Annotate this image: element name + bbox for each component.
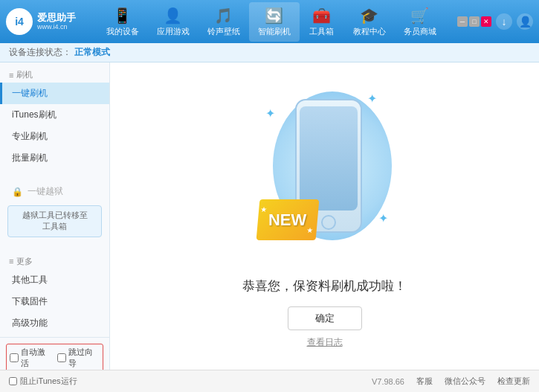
star-left-icon: ★ [259, 205, 267, 213]
sidebar-more-section: ≡ 更多 其他工具 下载固件 高级功能 [0, 249, 109, 337]
tab-icon-apps-games: 👤 [164, 7, 182, 25]
auto-activate-checkbox[interactable]: 自动激活 [10, 347, 53, 369]
footer-link-support[interactable]: 客服 [416, 376, 433, 387]
itunes-label: 阻止iTunes运行 [20, 376, 77, 387]
device-checkbox-row: 自动激活 跳过向导 [6, 344, 103, 370]
sidebar-notice: 越狱工具已转移至 工具箱 [7, 205, 102, 237]
tab-icon-tutorials: 🎓 [360, 7, 378, 25]
minimize-button[interactable]: ─ [457, 16, 468, 27]
sidebar-item-advanced[interactable]: 高级功能 [0, 312, 109, 334]
main-layout: ≡ 刷机 一键刷机 iTunes刷机 专业刷机 批量刷机 🔒 一键越狱 [0, 62, 539, 370]
sparkle-3-icon: ✦ [378, 211, 388, 225]
new-banner: NEW ★ ★ [256, 199, 319, 240]
new-badge-text: NEW [268, 210, 306, 229]
logo-text: 爱思助手 www.i4.cn [37, 12, 76, 31]
nav-tab-tutorials[interactable]: 🎓教程中心 [344, 2, 395, 42]
sidebar-flash-section: ≡ 刷机 一键刷机 iTunes刷机 专业刷机 批量刷机 [0, 62, 109, 172]
nav-tab-apps-games[interactable]: 👤应用游戏 [148, 2, 199, 42]
success-message: 恭喜您，保资料刷机成功啦！ [242, 277, 407, 295]
tab-label-smart-flash: 智能刷机 [258, 26, 291, 37]
itunes-checkbox-label[interactable]: 阻止iTunes运行 [9, 376, 77, 387]
tab-label-toolbox: 工具箱 [309, 26, 334, 37]
footer: 阻止iTunes运行 V7.98.66 客服 微信公众号 检查更新 [0, 370, 539, 392]
footer-link-update[interactable]: 检查更新 [497, 376, 530, 387]
sidebar-item-jailbreak: 🔒 一键越狱 [0, 181, 109, 202]
sidebar: ≡ 刷机 一键刷机 iTunes刷机 专业刷机 批量刷机 🔒 一键越狱 [0, 62, 110, 370]
tab-icon-smart-flash: 🔄 [265, 7, 283, 25]
phone-screen [300, 106, 358, 211]
nav-tab-toolbox[interactable]: 🧰工具箱 [300, 2, 344, 42]
nav-tabs: 📱我的设备👤应用游戏🎵铃声壁纸🔄智能刷机🧰工具箱🎓教程中心🛒务员商城 [88, 2, 454, 42]
app-header: i4 爱思助手 www.i4.cn 📱我的设备👤应用游戏🎵铃声壁纸🔄智能刷机🧰工… [0, 0, 539, 43]
footer-right: V7.98.66 客服 微信公众号 检查更新 [372, 376, 530, 387]
tab-label-tutorials: 教程中心 [353, 26, 386, 37]
nav-tab-my-device[interactable]: 📱我的设备 [97, 2, 148, 42]
itunes-checkbox[interactable] [9, 377, 17, 385]
auto-activate-input[interactable] [10, 353, 19, 362]
footer-link-wechat[interactable]: 微信公众号 [445, 376, 485, 387]
version-number: V7.98.66 [372, 377, 404, 386]
download-icon[interactable]: ↓ [496, 13, 512, 30]
sparkle-2-icon: ✦ [367, 91, 377, 106]
sidebar-item-pro-flash[interactable]: 专业刷机 [0, 126, 109, 147]
nav-tab-ringtones[interactable]: 🎵铃声壁纸 [199, 2, 249, 42]
confirm-button[interactable]: 确定 [288, 306, 362, 330]
sidebar-jailbreak-section: 🔒 一键越狱 越狱工具已转移至 工具箱 [0, 178, 109, 243]
header-right: ─ □ ✕ ↓ 👤 [454, 13, 533, 30]
tab-icon-ringtones: 🎵 [214, 7, 233, 25]
phone-illustration: NEW ★ ★ ✦ ✦ ✦ [251, 84, 399, 263]
sidebar-bottom: 自动激活 跳过向导 📱 iPhone 15 Pro Max 512GB iPho… [0, 337, 109, 370]
view-log-link[interactable]: 查看日志 [307, 336, 343, 349]
tab-icon-toolbox: 🧰 [312, 7, 331, 25]
tab-icon-my-device: 📱 [113, 7, 132, 25]
sidebar-item-one-key-flash[interactable]: 一键刷机 [0, 83, 109, 104]
nav-tab-service[interactable]: 🛒务员商城 [395, 2, 445, 42]
sidebar-item-download-firmware[interactable]: 下载固件 [0, 291, 109, 312]
sidebar-more-title: ≡ 更多 [0, 252, 109, 269]
skip-guide-input[interactable] [57, 353, 66, 362]
star-right-icon: ★ [306, 226, 314, 234]
tab-label-my-device: 我的设备 [106, 26, 139, 37]
logo-char: i4 [15, 16, 24, 28]
user-icon[interactable]: 👤 [517, 13, 533, 30]
sparkle-1-icon: ✦ [265, 106, 275, 121]
content-area: NEW ★ ★ ✦ ✦ ✦ 恭喜您，保资料刷机成功啦！ 确定 查看日志 [110, 62, 539, 370]
logo-icon: i4 [6, 8, 33, 35]
sidebar-item-other-tools[interactable]: 其他工具 [0, 269, 109, 291]
tab-label-service: 务员商城 [404, 26, 436, 37]
phone-home-button [321, 215, 336, 230]
tab-label-ringtones: 铃声壁纸 [207, 26, 240, 37]
maximize-button[interactable]: □ [469, 16, 480, 27]
tab-label-apps-games: 应用游戏 [157, 26, 190, 37]
app-name: 爱思助手 [37, 12, 76, 24]
status-bar: 设备连接状态： 正常模式 [0, 43, 539, 62]
window-controls: ─ □ ✕ [457, 16, 491, 27]
sidebar-flash-title: ≡ 刷机 [0, 65, 109, 83]
sidebar-item-batch-flash[interactable]: 批量刷机 [0, 147, 109, 169]
nav-tab-smart-flash[interactable]: 🔄智能刷机 [249, 2, 300, 42]
skip-guide-checkbox[interactable]: 跳过向导 [57, 347, 100, 369]
footer-left: 阻止iTunes运行 [9, 376, 77, 387]
logo-area: i4 爱思助手 www.i4.cn [6, 8, 88, 35]
status-value: 正常模式 [74, 46, 110, 59]
sidebar-item-itunes-flash[interactable]: iTunes刷机 [0, 104, 109, 126]
tab-icon-service: 🛒 [410, 7, 429, 25]
status-prefix: 设备连接状态： [9, 46, 71, 59]
close-button[interactable]: ✕ [481, 16, 491, 27]
app-url: www.i4.cn [37, 23, 76, 31]
